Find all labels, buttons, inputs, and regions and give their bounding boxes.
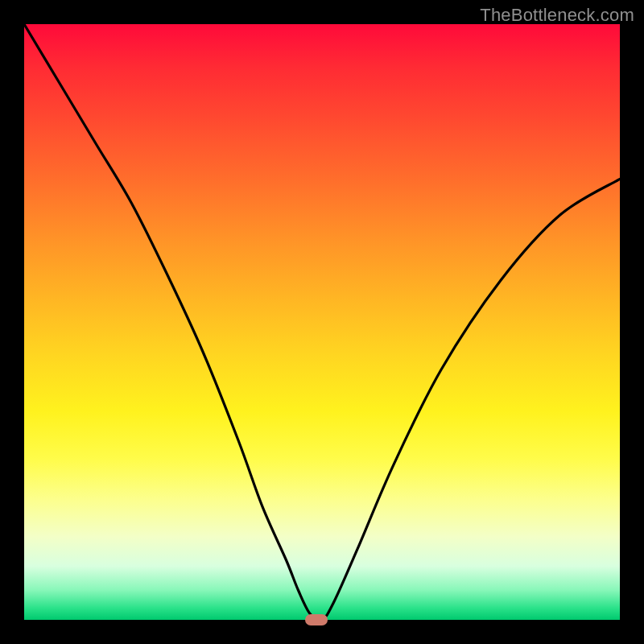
chart-frame: TheBottleneck.com: [0, 0, 644, 644]
bottleneck-curve: [24, 24, 620, 621]
watermark-text: TheBottleneck.com: [480, 5, 634, 26]
plot-area: [24, 24, 620, 620]
curve-svg: [24, 24, 620, 620]
min-marker: [305, 614, 328, 625]
